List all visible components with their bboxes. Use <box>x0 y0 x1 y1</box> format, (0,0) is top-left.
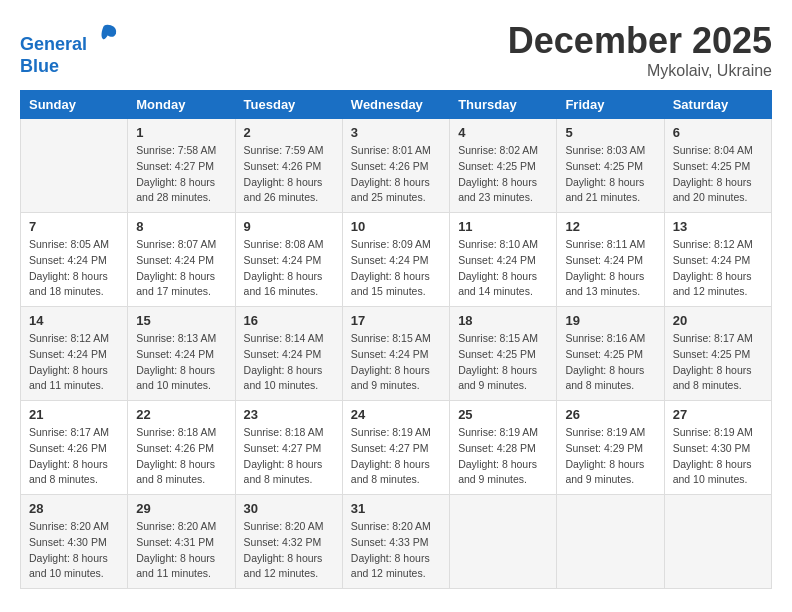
calendar-cell: 16Sunrise: 8:14 AMSunset: 4:24 PMDayligh… <box>235 307 342 401</box>
calendar-cell <box>664 495 771 589</box>
col-header-friday: Friday <box>557 91 664 119</box>
day-number: 21 <box>29 407 119 422</box>
day-number: 12 <box>565 219 655 234</box>
day-number: 1 <box>136 125 226 140</box>
calendar-cell: 12Sunrise: 8:11 AMSunset: 4:24 PMDayligh… <box>557 213 664 307</box>
calendar-cell: 5Sunrise: 8:03 AMSunset: 4:25 PMDaylight… <box>557 119 664 213</box>
col-header-saturday: Saturday <box>664 91 771 119</box>
day-number: 28 <box>29 501 119 516</box>
day-number: 24 <box>351 407 441 422</box>
day-info: Sunrise: 8:03 AMSunset: 4:25 PMDaylight:… <box>565 143 655 206</box>
day-info: Sunrise: 8:02 AMSunset: 4:25 PMDaylight:… <box>458 143 548 206</box>
logo: General Blue <box>20 20 119 77</box>
day-info: Sunrise: 8:04 AMSunset: 4:25 PMDaylight:… <box>673 143 763 206</box>
day-number: 9 <box>244 219 334 234</box>
calendar-cell: 23Sunrise: 8:18 AMSunset: 4:27 PMDayligh… <box>235 401 342 495</box>
calendar-cell: 9Sunrise: 8:08 AMSunset: 4:24 PMDaylight… <box>235 213 342 307</box>
day-number: 27 <box>673 407 763 422</box>
col-header-wednesday: Wednesday <box>342 91 449 119</box>
calendar-cell: 18Sunrise: 8:15 AMSunset: 4:25 PMDayligh… <box>450 307 557 401</box>
title-block: December 2025 Mykolaiv, Ukraine <box>508 20 772 80</box>
day-number: 18 <box>458 313 548 328</box>
day-number: 4 <box>458 125 548 140</box>
day-number: 8 <box>136 219 226 234</box>
calendar-cell: 17Sunrise: 8:15 AMSunset: 4:24 PMDayligh… <box>342 307 449 401</box>
day-number: 30 <box>244 501 334 516</box>
calendar-week-row: 1Sunrise: 7:58 AMSunset: 4:27 PMDaylight… <box>21 119 772 213</box>
calendar-cell: 30Sunrise: 8:20 AMSunset: 4:32 PMDayligh… <box>235 495 342 589</box>
calendar-cell <box>557 495 664 589</box>
day-number: 2 <box>244 125 334 140</box>
day-info: Sunrise: 8:19 AMSunset: 4:30 PMDaylight:… <box>673 425 763 488</box>
day-number: 13 <box>673 219 763 234</box>
day-info: Sunrise: 8:20 AMSunset: 4:32 PMDaylight:… <box>244 519 334 582</box>
day-number: 17 <box>351 313 441 328</box>
calendar-cell: 29Sunrise: 8:20 AMSunset: 4:31 PMDayligh… <box>128 495 235 589</box>
day-info: Sunrise: 8:18 AMSunset: 4:27 PMDaylight:… <box>244 425 334 488</box>
day-number: 3 <box>351 125 441 140</box>
calendar-cell: 2Sunrise: 7:59 AMSunset: 4:26 PMDaylight… <box>235 119 342 213</box>
day-info: Sunrise: 8:08 AMSunset: 4:24 PMDaylight:… <box>244 237 334 300</box>
calendar-cell: 14Sunrise: 8:12 AMSunset: 4:24 PMDayligh… <box>21 307 128 401</box>
calendar-cell: 10Sunrise: 8:09 AMSunset: 4:24 PMDayligh… <box>342 213 449 307</box>
day-info: Sunrise: 8:15 AMSunset: 4:24 PMDaylight:… <box>351 331 441 394</box>
day-info: Sunrise: 8:09 AMSunset: 4:24 PMDaylight:… <box>351 237 441 300</box>
calendar-cell: 20Sunrise: 8:17 AMSunset: 4:25 PMDayligh… <box>664 307 771 401</box>
calendar-cell: 7Sunrise: 8:05 AMSunset: 4:24 PMDaylight… <box>21 213 128 307</box>
calendar-cell: 1Sunrise: 7:58 AMSunset: 4:27 PMDaylight… <box>128 119 235 213</box>
day-info: Sunrise: 7:58 AMSunset: 4:27 PMDaylight:… <box>136 143 226 206</box>
day-info: Sunrise: 8:05 AMSunset: 4:24 PMDaylight:… <box>29 237 119 300</box>
day-info: Sunrise: 8:11 AMSunset: 4:24 PMDaylight:… <box>565 237 655 300</box>
day-info: Sunrise: 7:59 AMSunset: 4:26 PMDaylight:… <box>244 143 334 206</box>
day-number: 22 <box>136 407 226 422</box>
logo-bird-icon <box>89 20 119 50</box>
calendar-cell: 6Sunrise: 8:04 AMSunset: 4:25 PMDaylight… <box>664 119 771 213</box>
logo-text: General Blue <box>20 20 119 77</box>
day-info: Sunrise: 8:20 AMSunset: 4:31 PMDaylight:… <box>136 519 226 582</box>
month-title: December 2025 <box>508 20 772 62</box>
day-info: Sunrise: 8:20 AMSunset: 4:33 PMDaylight:… <box>351 519 441 582</box>
calendar-cell: 22Sunrise: 8:18 AMSunset: 4:26 PMDayligh… <box>128 401 235 495</box>
location-subtitle: Mykolaiv, Ukraine <box>508 62 772 80</box>
day-info: Sunrise: 8:10 AMSunset: 4:24 PMDaylight:… <box>458 237 548 300</box>
day-info: Sunrise: 8:17 AMSunset: 4:26 PMDaylight:… <box>29 425 119 488</box>
col-header-thursday: Thursday <box>450 91 557 119</box>
day-number: 6 <box>673 125 763 140</box>
day-info: Sunrise: 8:19 AMSunset: 4:27 PMDaylight:… <box>351 425 441 488</box>
day-number: 23 <box>244 407 334 422</box>
col-header-monday: Monday <box>128 91 235 119</box>
calendar-week-row: 7Sunrise: 8:05 AMSunset: 4:24 PMDaylight… <box>21 213 772 307</box>
logo-line1: General <box>20 34 87 54</box>
calendar-cell: 21Sunrise: 8:17 AMSunset: 4:26 PMDayligh… <box>21 401 128 495</box>
day-number: 15 <box>136 313 226 328</box>
calendar-cell: 19Sunrise: 8:16 AMSunset: 4:25 PMDayligh… <box>557 307 664 401</box>
calendar-header-row: SundayMondayTuesdayWednesdayThursdayFrid… <box>21 91 772 119</box>
calendar-cell: 3Sunrise: 8:01 AMSunset: 4:26 PMDaylight… <box>342 119 449 213</box>
day-info: Sunrise: 8:16 AMSunset: 4:25 PMDaylight:… <box>565 331 655 394</box>
calendar-week-row: 21Sunrise: 8:17 AMSunset: 4:26 PMDayligh… <box>21 401 772 495</box>
day-info: Sunrise: 8:15 AMSunset: 4:25 PMDaylight:… <box>458 331 548 394</box>
calendar-week-row: 14Sunrise: 8:12 AMSunset: 4:24 PMDayligh… <box>21 307 772 401</box>
day-info: Sunrise: 8:20 AMSunset: 4:30 PMDaylight:… <box>29 519 119 582</box>
day-number: 7 <box>29 219 119 234</box>
day-number: 16 <box>244 313 334 328</box>
calendar-cell <box>450 495 557 589</box>
day-number: 31 <box>351 501 441 516</box>
calendar-cell: 15Sunrise: 8:13 AMSunset: 4:24 PMDayligh… <box>128 307 235 401</box>
calendar-table: SundayMondayTuesdayWednesdayThursdayFrid… <box>20 90 772 589</box>
day-number: 29 <box>136 501 226 516</box>
day-info: Sunrise: 8:12 AMSunset: 4:24 PMDaylight:… <box>673 237 763 300</box>
day-number: 11 <box>458 219 548 234</box>
day-number: 20 <box>673 313 763 328</box>
calendar-cell: 4Sunrise: 8:02 AMSunset: 4:25 PMDaylight… <box>450 119 557 213</box>
day-info: Sunrise: 8:14 AMSunset: 4:24 PMDaylight:… <box>244 331 334 394</box>
day-number: 14 <box>29 313 119 328</box>
calendar-cell: 24Sunrise: 8:19 AMSunset: 4:27 PMDayligh… <box>342 401 449 495</box>
day-number: 10 <box>351 219 441 234</box>
calendar-cell: 13Sunrise: 8:12 AMSunset: 4:24 PMDayligh… <box>664 213 771 307</box>
calendar-week-row: 28Sunrise: 8:20 AMSunset: 4:30 PMDayligh… <box>21 495 772 589</box>
day-info: Sunrise: 8:01 AMSunset: 4:26 PMDaylight:… <box>351 143 441 206</box>
calendar-cell: 27Sunrise: 8:19 AMSunset: 4:30 PMDayligh… <box>664 401 771 495</box>
day-info: Sunrise: 8:07 AMSunset: 4:24 PMDaylight:… <box>136 237 226 300</box>
calendar-cell: 26Sunrise: 8:19 AMSunset: 4:29 PMDayligh… <box>557 401 664 495</box>
